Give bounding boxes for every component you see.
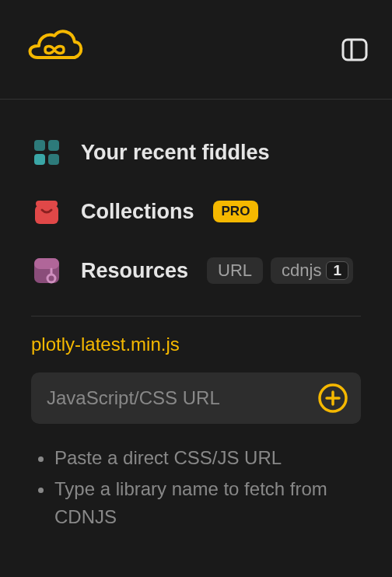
grid-icon — [31, 137, 62, 168]
nav-collections[interactable]: Collections PRO — [31, 182, 361, 241]
cdnjs-tag-text: cdnjs — [282, 261, 321, 281]
nav-resources[interactable]: Resources URL cdnjs 1 — [31, 241, 361, 300]
hint-item: Type a library name to fetch from CDNJS — [54, 474, 361, 533]
svg-rect-0 — [343, 40, 366, 60]
svg-rect-3 — [48, 140, 59, 151]
top-bar — [0, 0, 392, 100]
panel-toggle-icon[interactable] — [341, 36, 369, 64]
resource-list: plotly-latest.min.js — [0, 316, 392, 355]
nav-recent-fiddles[interactable]: Your recent fiddles — [31, 123, 361, 182]
bag-icon — [31, 196, 62, 227]
cdnjs-count: 1 — [326, 261, 348, 280]
jsfiddle-logo[interactable] — [23, 26, 86, 73]
svg-rect-4 — [34, 154, 45, 165]
pro-badge: PRO — [213, 201, 259, 222]
nav-label-resources: Resources — [81, 259, 188, 283]
svg-rect-7 — [35, 205, 58, 224]
resource-entry[interactable]: plotly-latest.min.js — [31, 334, 361, 355]
svg-rect-2 — [34, 140, 45, 151]
resource-url-input[interactable]: JavaScript/CSS URL — [31, 372, 361, 424]
url-tag[interactable]: URL — [207, 257, 263, 284]
input-placeholder: JavaScript/CSS URL — [47, 387, 317, 409]
resources-icon — [31, 255, 62, 286]
nav-label-recent: Your recent fiddles — [81, 141, 270, 165]
svg-rect-9 — [34, 258, 59, 269]
resource-tags: URL cdnjs 1 — [207, 257, 353, 284]
hint-list: Paste a direct CSS/JS URL Type a library… — [0, 424, 392, 533]
hint-item: Paste a direct CSS/JS URL — [54, 442, 361, 474]
nav-label-collections: Collections — [81, 200, 194, 224]
add-resource-button[interactable] — [317, 383, 348, 414]
svg-rect-5 — [48, 154, 59, 165]
cdnjs-tag[interactable]: cdnjs 1 — [271, 257, 353, 284]
nav-items: Your recent fiddles Collections PRO Reso… — [0, 100, 392, 300]
